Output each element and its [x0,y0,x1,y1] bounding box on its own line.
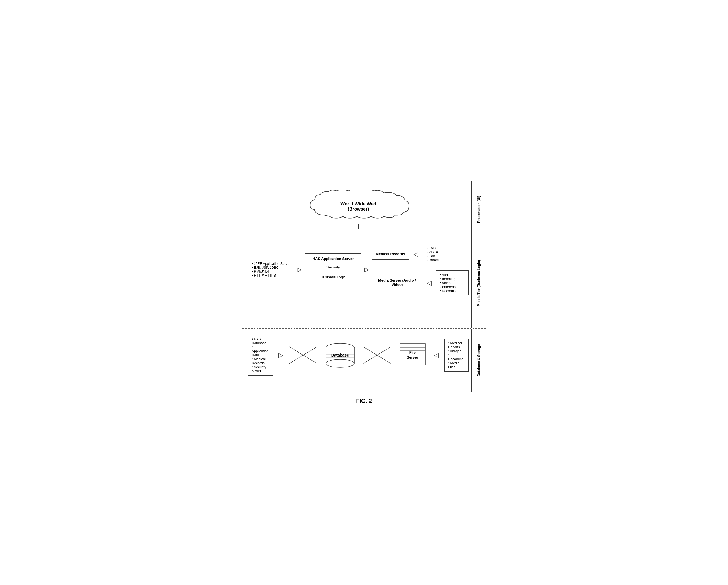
cloud-shape: World Wide Wed (Browser) [304,189,412,223]
media-list: Audio Streaming Video Conference Recordi… [440,273,465,293]
database-cylinder: Database [323,342,357,368]
file-item-1: Medical Reports [448,341,465,349]
crossover-area [289,344,317,367]
j2ee-item-3: RMI/JNDI [252,270,290,274]
arrow-emr: ◁ [413,250,418,258]
cloud-container: World Wide Wed (Browser) [248,189,469,229]
has-db-box: HAS Database Application Data Medical Re… [248,335,273,376]
has-db-item-4: Security & Audit [252,365,269,373]
has-db-item-1: HAS Database [252,337,269,345]
j2ee-box: J2EE Application Server EJB, JSP, JDBC R… [248,259,294,280]
page-container: World Wide Wed (Browser) Presentation (U… [236,181,492,404]
medical-records-row: Medical Records ◁ EMR VISTA EPIC Others [372,244,469,265]
has-server-title: HAS Application Server [308,257,358,261]
media-server-row: Media Server (Audio / Video) ◁ Audio Str… [372,270,469,295]
database-tier-label-box: Database & Storage [471,329,486,392]
crossover-svg-2 [363,344,391,367]
main-diagram: World Wide Wed (Browser) Presentation (U… [242,181,486,392]
arrow-from-file-items: ◁ [434,351,439,359]
presentation-tier-label: Presentation (UI) [477,196,481,223]
file-server-label: FileServer [407,350,418,360]
has-server-box: HAS Application Server Security Business… [305,254,361,286]
has-db-item-3: Medical Records [252,357,269,365]
arrow-to-db: ▷ [279,351,283,359]
arrow-media: ◁ [427,279,432,287]
middle-tier-label: Middle Tier (Business Logic) [477,260,481,306]
has-db-list: HAS Database Application Data Medical Re… [252,337,269,373]
media-server-title: Media Server (Audio / Video) [376,278,418,287]
arrow-j2ee-to-has: ▷ [297,266,302,273]
tier-middle: J2EE Application Server EJB, JSP, JDBC R… [242,238,486,329]
medical-records-box: Medical Records [372,249,409,260]
file-item-3: Recording [448,353,465,361]
arrow-has-to-right: ▷ [364,266,369,273]
middle-row: J2EE Application Server EJB, JSP, JDBC R… [248,244,469,295]
emr-list: EMR VISTA EPIC Others [426,246,439,262]
file-server-items-box: Medical Reports Images Recording Media F… [444,339,469,372]
medical-records-title: Medical Records [376,252,405,256]
crossover-svg [289,344,317,367]
middle-tier-label-box: Middle Tier (Business Logic) [471,238,486,328]
media-server-box: Media Server (Audio / Video) [372,275,422,290]
security-box: Security [308,263,358,271]
file-item-4: Media Files [448,361,465,369]
presentation-tier-label-box: Presentation (UI) [471,181,486,238]
media-items-box: Audio Streaming Video Conference Recordi… [436,270,469,295]
has-db-item-2: Application Data [252,345,269,357]
media-item-1: Audio Streaming [440,273,465,281]
emr-item-2: VISTA [426,250,439,254]
emr-item-1: EMR [426,246,439,250]
emr-box: EMR VISTA EPIC Others [423,244,443,265]
fig-caption: FIG. 2 [356,398,372,404]
tier-presentation: World Wide Wed (Browser) Presentation (U… [242,181,486,238]
file-server-items-list: Medical Reports Images Recording Media F… [448,341,465,369]
tier-database: HAS Database Application Data Medical Re… [242,329,486,392]
database-label: Database [331,353,349,357]
crossover-area-2 [363,344,391,367]
media-item-3: Recording [440,289,465,293]
j2ee-item-1: J2EE Application Server [252,262,290,266]
j2ee-list: J2EE Application Server EJB, JSP, JDBC R… [252,262,290,277]
business-logic-box: Business Logic [308,273,358,281]
media-item-2: Video Conference [440,281,465,289]
j2ee-item-2: EJB, JSP, JDBC [252,266,290,270]
emr-item-3: EPIC [426,254,439,258]
j2ee-item-4: HTTP/ HTTPS [252,274,290,277]
db-content: HAS Database Application Data Medical Re… [248,335,469,376]
database-tier-label: Database & Storage [477,344,481,376]
file-server: FileServer [397,342,428,368]
right-middle: Medical Records ◁ EMR VISTA EPIC Others [372,244,469,295]
file-item-2: Images [448,349,465,353]
emr-item-4: Others [426,258,439,262]
svg-point-6 [326,360,354,367]
